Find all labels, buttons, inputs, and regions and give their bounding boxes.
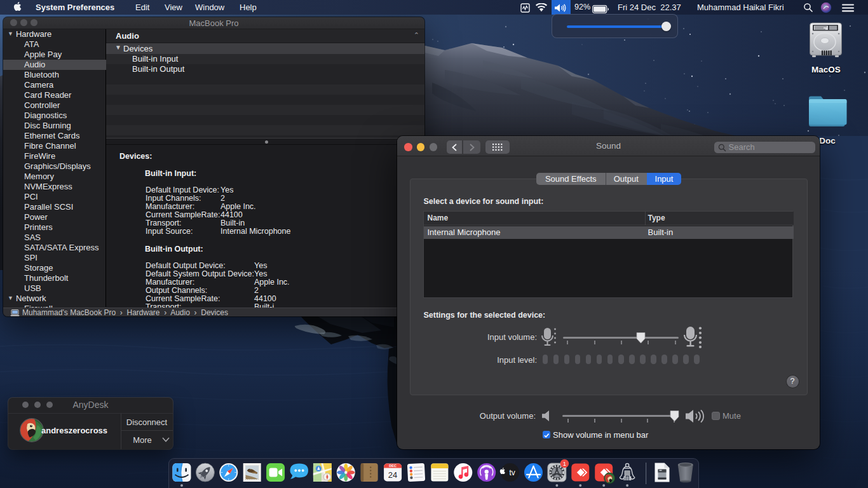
svg-text:tv: tv <box>510 468 515 477</box>
svg-text:1: 1 <box>563 460 566 467</box>
svg-text:DEC: DEC <box>389 464 397 468</box>
svg-text:24: 24 <box>388 470 397 480</box>
